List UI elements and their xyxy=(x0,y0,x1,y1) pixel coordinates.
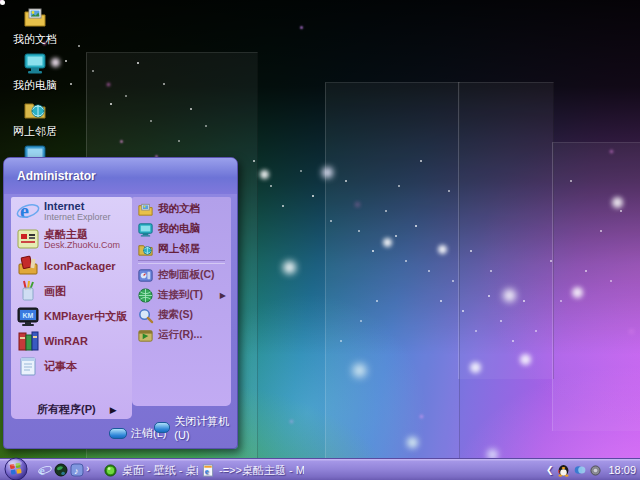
item-label: 画图 xyxy=(44,285,66,297)
svg-text:e: e xyxy=(205,466,209,475)
green-orb-icon xyxy=(104,464,117,477)
start-menu-item-kmplayer[interactable]: KM KMPlayer中文版 xyxy=(11,303,132,328)
run-icon xyxy=(137,327,154,344)
ie-document-icon: e xyxy=(202,464,214,477)
desktop-icon-label: 我的电脑 xyxy=(7,78,63,93)
item-label: KMPlayer中文版 xyxy=(44,310,127,322)
qq-penguin-icon[interactable] xyxy=(557,464,570,477)
item-label: 桌酷主题 xyxy=(44,228,120,240)
svg-text:KM: KM xyxy=(23,311,34,318)
svg-text:e: e xyxy=(40,464,46,478)
item-label: 记事本 xyxy=(44,360,77,372)
start-menu-item-my-documents[interactable]: 我的文档 xyxy=(132,199,231,219)
start-menu-item-run[interactable]: 运行(R)... xyxy=(132,325,231,345)
quick-launch-globe-icon[interactable] xyxy=(54,463,68,477)
network-places-icon xyxy=(22,96,48,122)
wallpaper-panel xyxy=(552,142,640,431)
quick-launch-expand-icon[interactable]: › xyxy=(86,462,90,474)
svg-text:e: e xyxy=(20,200,29,222)
item-label: 网上邻居 xyxy=(158,242,200,256)
system-tray: ❮ 18:09 xyxy=(546,459,636,480)
zhuoku-theme-icon xyxy=(16,227,40,251)
item-label: 我的文档 xyxy=(158,202,200,216)
settings-icon[interactable] xyxy=(590,465,601,476)
submenu-arrow-icon: ▶ xyxy=(220,291,231,300)
wallpaper-panel xyxy=(325,82,460,479)
svg-text:♪: ♪ xyxy=(74,466,79,476)
menu-separator xyxy=(138,260,225,264)
item-label: 控制面板(C) xyxy=(158,268,215,282)
log-off-icon xyxy=(109,428,127,439)
item-label: WinRAR xyxy=(44,335,88,347)
start-menu-item-connect-to[interactable]: 连接到(T) ▶ xyxy=(132,285,231,305)
my-documents-icon xyxy=(22,4,48,30)
wallpaper-panel xyxy=(458,82,554,379)
notepad-icon xyxy=(16,354,40,378)
start-menu-item-search[interactable]: 搜索(S) xyxy=(132,305,231,325)
item-label: 运行(R)... xyxy=(158,328,202,342)
hide-icons-chevron[interactable]: ❮ xyxy=(546,465,554,475)
item-sublabel: Internet Explorer xyxy=(44,212,111,222)
winrar-icon xyxy=(16,329,40,353)
all-programs-button[interactable]: 所有程序(P) ▶ xyxy=(11,400,132,419)
start-menu-item-notepad[interactable]: 记事本 xyxy=(11,353,132,378)
my-computer-icon xyxy=(137,221,154,238)
task-label: 桌面 - 壁纸 - 桌酷壁... xyxy=(122,463,198,478)
kmplayer-icon: KM xyxy=(16,304,40,328)
user-name: Administrator xyxy=(17,169,96,183)
desktop-icon-my-documents[interactable]: 我的文档 xyxy=(7,4,63,47)
start-menu-item-control-panel[interactable]: 控制面板(C) xyxy=(132,265,231,285)
start-menu: Administrator e Internet Internet Explor… xyxy=(3,157,238,449)
start-menu-item-internet[interactable]: e Internet Internet Explorer xyxy=(11,197,132,225)
start-menu-item-iconpackager[interactable]: IconPackager xyxy=(11,253,132,278)
start-menu-user-banner: Administrator xyxy=(4,158,237,194)
desktop-icon-label: 网上邻居 xyxy=(7,124,63,139)
wallpaper-sparkle-glows xyxy=(0,0,5,5)
connect-to-icon xyxy=(137,287,154,304)
item-label: 搜索(S) xyxy=(158,308,193,322)
control-panel-icon xyxy=(137,267,154,284)
start-menu-item-zhuoku-theme[interactable]: 桌酷主题 Desk.ZhuoKu.Com xyxy=(11,225,132,253)
item-label: 连接到(T) xyxy=(158,288,203,302)
search-icon xyxy=(137,307,154,324)
start-button[interactable] xyxy=(4,457,28,480)
start-menu-item-network-places[interactable]: 网上邻居 xyxy=(132,239,231,259)
start-menu-item-my-computer[interactable]: 我的电脑 xyxy=(132,219,231,239)
start-menu-item-winrar[interactable]: WinRAR xyxy=(11,328,132,353)
my-documents-icon xyxy=(137,201,154,218)
quick-launch-media-player-icon[interactable]: ♪ xyxy=(70,463,84,477)
start-menu-right-column: 我的文档 我的电脑 网上邻居 xyxy=(132,197,231,406)
item-label: 我的电脑 xyxy=(158,222,200,236)
quick-launch-internet-explorer-icon[interactable]: e xyxy=(38,463,52,477)
item-label: Internet xyxy=(44,200,111,212)
my-computer-icon xyxy=(22,50,48,76)
shut-down-button[interactable]: 关闭计算机(U) xyxy=(154,414,237,441)
shut-down-icon xyxy=(154,422,170,433)
network-places-icon xyxy=(137,241,154,258)
taskbar-clock[interactable]: 18:09 xyxy=(608,464,636,476)
internet-explorer-icon: e xyxy=(16,199,40,223)
messenger-icon[interactable] xyxy=(574,464,586,476)
taskbar-task-zhuoku-theme[interactable]: e -=>>桌酷主题 - Mic... xyxy=(202,461,304,479)
task-label: -=>>桌酷主题 - Mic... xyxy=(219,463,304,478)
desktop-icon-label: 我的文档 xyxy=(7,32,63,47)
shut-down-label: 关闭计算机(U) xyxy=(174,414,237,441)
all-programs-label: 所有程序(P) xyxy=(37,402,96,417)
start-menu-left-column: e Internet Internet Explorer 桌酷主题 xyxy=(11,197,132,419)
desktop-icon-my-computer[interactable]: 我的电脑 xyxy=(7,50,63,93)
all-programs-arrow-icon: ▶ xyxy=(110,405,117,415)
taskbar-task-desktop-wallpaper[interactable]: 桌面 - 壁纸 - 桌酷壁... xyxy=(104,461,198,479)
item-sublabel: Desk.ZhuoKu.Com xyxy=(44,240,120,250)
item-label: IconPackager xyxy=(44,260,116,272)
taskbar: e ♪ › 桌面 - 壁纸 - 桌酷壁... e xyxy=(0,458,640,480)
paint-icon xyxy=(16,279,40,303)
start-menu-item-paint[interactable]: 画图 xyxy=(11,278,132,303)
desktop-screen: 我的文档 我的电脑 网上邻居 Administrator xyxy=(0,0,640,480)
iconpackager-icon xyxy=(16,254,40,278)
desktop-icon-network-places[interactable]: 网上邻居 xyxy=(7,96,63,139)
